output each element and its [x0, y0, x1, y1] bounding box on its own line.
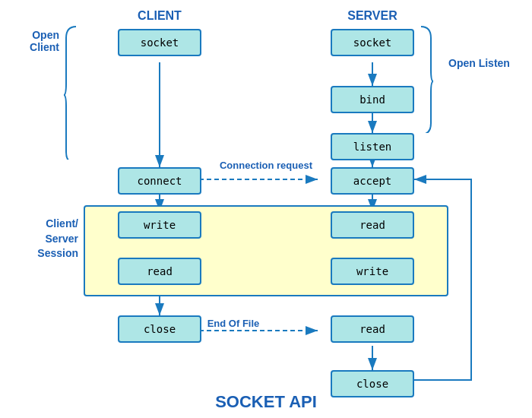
open-client-brace — [62, 23, 78, 161]
bind-box: bind — [331, 86, 414, 113]
server-write-box: write — [331, 258, 414, 285]
accept-box: accept — [331, 167, 414, 195]
end-of-file-label: End Of File — [184, 318, 283, 329]
server-read2-box: read — [331, 315, 414, 343]
client-read-box: read — [118, 258, 201, 285]
page-title: SOCKET API — [0, 392, 532, 412]
diagram: CLIENT SERVER socket socket bind listen … — [0, 0, 532, 418]
client-header: CLIENT — [118, 9, 201, 23]
open-client-label: Open Client — [14, 29, 59, 53]
open-listen-brace — [420, 23, 435, 136]
session-label: Client/ServerSession — [14, 217, 78, 261]
listen-box: listen — [331, 133, 414, 160]
server-socket-box: socket — [331, 29, 414, 56]
client-socket-box: socket — [118, 29, 201, 56]
connection-request-label: Connection request — [217, 160, 315, 171]
open-listen-label: Open Listen — [448, 57, 510, 69]
client-write-box: write — [118, 211, 201, 239]
connect-box: connect — [118, 167, 201, 195]
server-read-box: read — [331, 211, 414, 239]
server-header: SERVER — [327, 9, 418, 23]
